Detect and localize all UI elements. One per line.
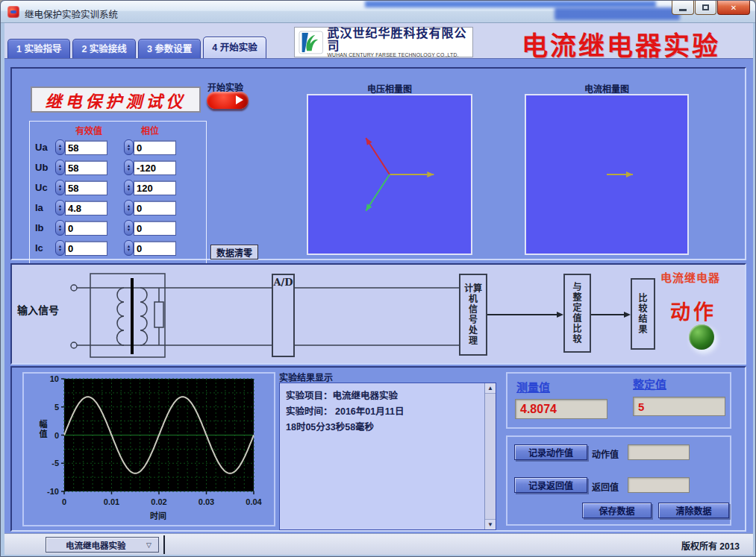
clear-data-button[interactable]: 清除数据: [658, 503, 729, 518]
rms-column-header: 有效值: [75, 124, 102, 136]
title-bar: 继电保护实验实训系统 ✕: [1, 1, 755, 23]
channel-label-Ib: Ib: [35, 222, 55, 233]
parameter-row-Ua: Ua▲▼▲▼: [35, 137, 204, 157]
rms-input-Ub[interactable]: [65, 160, 107, 175]
phase-spinner-Ia[interactable]: ▲▼: [124, 200, 134, 215]
experiment-select-dropdown[interactable]: 电流继电器实验 ▽: [46, 537, 159, 553]
measured-value-display: 4.8074: [515, 399, 607, 419]
rms-spinner-Uc[interactable]: ▲▼: [55, 180, 65, 195]
signal-flow-section: 输入信号 A/D 计算机 信 号 处 理 与 整 定 值 比 较 比 较 结 果…: [10, 263, 746, 365]
phase-input-Ic[interactable]: [134, 241, 176, 256]
svg-text:-5: -5: [51, 459, 59, 468]
company-logo-icon: [299, 30, 323, 55]
maximize-icon: [702, 4, 709, 10]
app-window: 继电保护实验实训系统 ✕ 1 实验指导2 实验接线3 参数设置4 开始实验 武汉…: [0, 0, 756, 557]
parameter-row-Ia: Ia▲▼▲▼: [35, 198, 204, 218]
rms-spinner-Ua[interactable]: ▲▼: [55, 139, 65, 155]
copyright-text: 版权所有 2013: [681, 539, 740, 552]
ad-converter-box: A/D: [272, 274, 295, 357]
compare-with-setting-box: 与 整 定 值 比 较: [563, 274, 591, 353]
close-button[interactable]: ✕: [717, 1, 750, 15]
phase-spinner-Uc[interactable]: ▲▼: [124, 180, 134, 195]
svg-text:0: 0: [62, 497, 66, 506]
rms-spinner-Ia[interactable]: ▲▼: [55, 200, 65, 215]
return-value-label: 返回值: [592, 480, 619, 493]
phase-input-Ub[interactable]: [134, 160, 176, 175]
rms-spinner-Ib[interactable]: ▲▼: [55, 220, 65, 236]
svg-text:0.04: 0.04: [246, 497, 262, 506]
close-icon: ✕: [731, 4, 737, 12]
phase-input-Ua[interactable]: [134, 140, 176, 155]
maximize-button[interactable]: [695, 1, 716, 15]
rms-spinner-Ub[interactable]: ▲▼: [55, 160, 65, 175]
parameter-rows: Ua▲▼▲▼Ub▲▼▲▼Uc▲▼▲▼Ia▲▼▲▼Ib▲▼▲▼Ic▲▼▲▼: [35, 137, 204, 258]
rms-input-Uc[interactable]: [65, 180, 107, 195]
phase-input-Ia[interactable]: [134, 201, 176, 215]
rms-input-Ic[interactable]: [65, 241, 107, 256]
phase-spinner-Ib[interactable]: ▲▼: [124, 220, 134, 236]
scroll-up-icon[interactable]: ▲: [485, 383, 496, 394]
svg-text:5: 5: [54, 403, 59, 412]
action-value-field: [628, 444, 690, 460]
comparison-result-box: 比 较 结 果: [631, 278, 655, 350]
footer-bar: 电流继电器实验 ▽ 版权所有 2013: [4, 533, 753, 555]
results-text: 实验项目：电流继电器实验实验时间： 2016年01月11日18时05分33秒58…: [280, 383, 484, 529]
voltage-phasor-title: 电压相量图: [307, 82, 472, 95]
computer-signal-processing-box: 计算机 信 号 处 理: [459, 274, 487, 356]
tab-2[interactable]: 2 实验接线: [72, 39, 135, 58]
minimize-icon: [679, 9, 687, 11]
window-title: 继电保护实验实训系统: [25, 7, 118, 21]
scroll-down-icon[interactable]: ▼: [485, 519, 496, 529]
results-scrollbar[interactable]: ▲ ▼: [484, 383, 496, 529]
tab-1[interactable]: 1 实验指导: [7, 39, 70, 58]
results-display-title: 实验结果显示: [279, 371, 333, 383]
phase-input-Ib[interactable]: [134, 221, 176, 236]
column-headers: 有效值 相位: [29, 124, 207, 136]
tester-section: 继电保护测试仪 开始实验 有效值 相位 Ua▲▼▲▼Ub▲▼▲▼Uc▲▼▲▼Ia…: [10, 67, 746, 260]
text-caret: [163, 535, 165, 554]
setting-value-label: 整定值: [633, 376, 666, 391]
rms-input-Ua[interactable]: [65, 140, 107, 155]
logo-company-name-en: WUHAN CENTURY FARSEE TECHNOLOGY CO.,LTD.: [327, 52, 469, 57]
record-return-value-button[interactable]: 记录返回值: [514, 477, 587, 493]
measured-value-panel: 测量值 4.8074 整定值 5: [506, 372, 731, 429]
results-line: 实验项目：电流继电器实验: [286, 388, 481, 404]
channel-label-Ua: Ua: [35, 142, 55, 153]
background-window-peek2: [554, 7, 680, 20]
parameter-row-Ib: Ib▲▼▲▼: [35, 218, 204, 238]
parameter-row-Ub: Ub▲▼▲▼: [35, 157, 204, 177]
data-clear-zero-button[interactable]: 数据清零: [210, 245, 258, 259]
dropdown-arrow-icon: ▽: [146, 541, 158, 549]
channel-label-Ic: Ic: [35, 242, 55, 254]
results-section: 1050-5-1000.010.020.030.04 幅值 时间 实验结果显示 …: [10, 366, 746, 532]
parameter-row-Uc: Uc▲▼▲▼: [35, 177, 204, 198]
tab-3[interactable]: 3 参数设置: [138, 39, 201, 58]
return-value-field: [628, 477, 690, 493]
current-phasor-diagram: [525, 94, 689, 255]
start-experiment-toggle[interactable]: [207, 92, 249, 109]
save-data-button[interactable]: 保存数据: [582, 503, 652, 518]
results-textbox[interactable]: 实验项目：电流继电器实验实验时间： 2016年01月11日18时05分33秒58…: [279, 383, 496, 530]
tab-4[interactable]: 4 开始实验: [203, 37, 266, 58]
phase-spinner-Ub[interactable]: ▲▼: [124, 160, 134, 175]
phase-spinner-Ic[interactable]: ▲▼: [124, 240, 134, 256]
action-value-label: 动作值: [592, 447, 619, 460]
phase-spinner-Ua[interactable]: ▲▼: [124, 139, 134, 155]
phase-column-header: 相位: [141, 124, 159, 136]
minimize-button[interactable]: [672, 1, 694, 15]
svg-text:0.03: 0.03: [199, 497, 214, 506]
play-icon: [236, 95, 243, 104]
header-strip: 1 实验指导2 实验接线3 参数设置4 开始实验 武汉世纪华胜科技有限公司 WU…: [4, 23, 753, 59]
parameter-row-Ic: Ic▲▼▲▼: [35, 238, 204, 258]
svg-text:10: 10: [50, 374, 59, 383]
rms-input-Ia[interactable]: [65, 201, 107, 215]
voltage-phasor-diagram: [307, 94, 472, 255]
rms-input-Ib[interactable]: [65, 221, 107, 236]
rms-spinner-Ic[interactable]: ▲▼: [55, 240, 65, 256]
current-relay-label: 电流继电器: [660, 269, 720, 285]
waveform-chart-panel: 1050-5-1000.010.020.030.04 幅值 时间: [22, 372, 275, 526]
results-line: 实验时间： 2016年01月11日: [286, 404, 481, 420]
phase-input-Uc[interactable]: [134, 180, 176, 195]
record-action-value-button[interactable]: 记录动作值: [514, 444, 587, 460]
current-phasor-title: 电流相量图: [525, 82, 689, 95]
